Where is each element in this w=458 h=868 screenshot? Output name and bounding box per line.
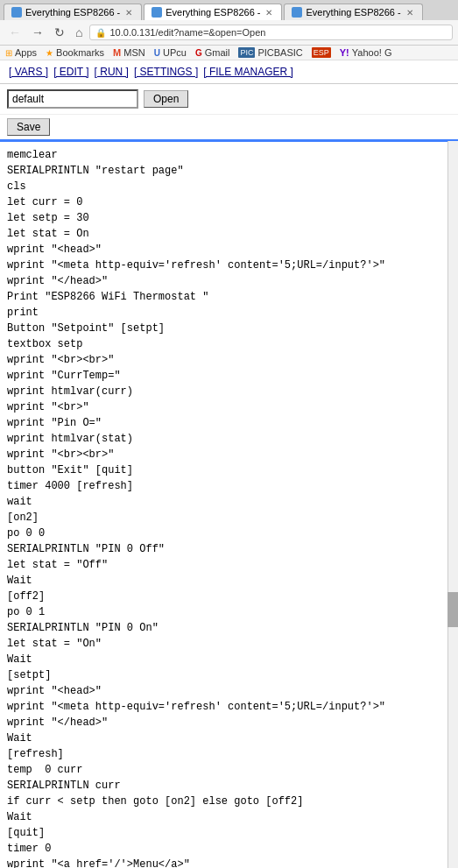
bookmark-picbasic-label: PICBASIC: [257, 47, 302, 58]
bookmark-yahoo[interactable]: Y! Yahoo! G: [340, 47, 392, 58]
bookmark-bookmarks[interactable]: ★ Bookmarks: [46, 47, 104, 58]
code-line: wprint "<meta http-equiv='refresh' conte…: [7, 258, 451, 273]
code-line: let setp = 30: [7, 210, 451, 226]
tab-close-1[interactable]: ✕: [123, 8, 134, 18]
open-section: Open: [0, 84, 458, 115]
bookmark-yahoo-label: Yahoo! G: [352, 47, 392, 58]
code-line: Wait: [7, 573, 451, 589]
gmail-icon: G: [195, 48, 202, 58]
code-line: wprint "<head>": [7, 683, 451, 699]
code-line: wprint "<br><br>": [7, 447, 451, 462]
code-line: SERIALPRINTLN "PIN 0 On": [7, 620, 451, 636]
code-line: let stat = "Off": [7, 557, 451, 573]
code-line: temp 0 curr: [7, 762, 451, 778]
bookmark-picbasic[interactable]: PIC PICBASIC: [238, 47, 302, 58]
code-line: wprint "<a href='/'>Menu</a>": [7, 857, 451, 868]
lock-icon: 🔒: [95, 28, 106, 38]
bookmark-gmail[interactable]: G Gmail: [195, 47, 230, 58]
address-text: 10.0.0.131/edit?name=&open=Open: [109, 27, 265, 38]
nav-edit[interactable]: [ EDIT ]: [52, 66, 90, 78]
code-line: wprint htmlvar(curr): [7, 384, 451, 399]
code-line: textbox setp: [7, 336, 451, 352]
code-line: [setpt]: [7, 667, 451, 683]
code-line: po 0 1: [7, 604, 451, 620]
top-nav: [ VARS ] [ EDIT ] [ RUN ] [ SETTINGS ] […: [0, 60, 458, 84]
code-line: [refresh]: [7, 746, 451, 762]
nav-bar: ← → ↻ ⌂ 🔒 10.0.0.131/edit?name=&open=Ope…: [0, 20, 458, 46]
code-line: timer 0: [7, 841, 451, 857]
code-line: wprint "Pin O=": [7, 415, 451, 431]
scroll-area: memclearSERIALPRINTLN "restart page"clsl…: [0, 141, 458, 868]
bookmark-upcu[interactable]: U UPcu: [154, 47, 187, 58]
bookmark-apps-label: Apps: [15, 47, 37, 58]
code-line: print: [7, 305, 451, 321]
code-line: Wait: [7, 652, 451, 667]
tab-close-3[interactable]: ✕: [405, 8, 415, 18]
code-line: [off2]: [7, 589, 451, 604]
nav-settings[interactable]: [ SETTINGS ]: [132, 66, 200, 78]
refresh-button[interactable]: ↻: [51, 24, 68, 41]
code-line: wprint "<meta http-equiv='refresh' conte…: [7, 699, 451, 715]
code-line: button "Exit" [quit]: [7, 462, 451, 478]
code-line: wprint htmlvar(stat): [7, 431, 451, 447]
code-line: SERIALPRINTLN curr: [7, 778, 451, 794]
open-button[interactable]: Open: [144, 90, 188, 108]
bookmark-gmail-label: Gmail: [205, 47, 230, 58]
browser-tabs: Everything ESP8266 - ✕ Everything ESP826…: [0, 0, 458, 20]
code-line: po 0 0: [7, 526, 451, 541]
scrollbar[interactable]: [447, 141, 458, 868]
apps-icon: ⊞: [5, 48, 12, 58]
msn-icon: M: [113, 47, 121, 58]
bookmark-esp[interactable]: ESP: [312, 47, 331, 58]
page-content: [ VARS ] [ EDIT ] [ RUN ] [ SETTINGS ] […: [0, 60, 458, 868]
upcu-icon: U: [154, 48, 160, 58]
tab-title-2: Everything ESP8266 -: [166, 7, 260, 18]
yahoo-icon: Y!: [340, 47, 349, 58]
bookmark-msn[interactable]: M MSN: [113, 47, 145, 58]
code-line: SERIALPRINTLN "PIN 0 Off": [7, 541, 451, 557]
code-line: Wait: [7, 730, 451, 746]
filename-input[interactable]: [7, 89, 138, 109]
tab-favicon-3: [292, 7, 302, 18]
back-button[interactable]: ←: [5, 24, 25, 41]
code-line: Print "ESP8266 WiFi Thermostat ": [7, 289, 451, 305]
tab-title-3: Everything ESP8266 -: [306, 7, 400, 18]
code-line: wprint "CurrTemp=": [7, 368, 451, 384]
code-line: SERIALPRINTLN "restart page": [7, 163, 451, 179]
picbasic-icon: PIC: [238, 47, 255, 58]
bookmarks-bar: ⊞ Apps ★ Bookmarks M MSN U UPcu G Gmail …: [0, 46, 458, 60]
code-line: let curr = 0: [7, 194, 451, 210]
code-editor[interactable]: memclearSERIALPRINTLN "restart page"clsl…: [0, 141, 458, 868]
address-bar[interactable]: 🔒 10.0.0.131/edit?name=&open=Open: [89, 25, 453, 40]
scrollbar-thumb[interactable]: [447, 592, 458, 627]
bookmark-bookmarks-label: Bookmarks: [56, 47, 104, 58]
code-line: wprint "</head>": [7, 715, 451, 730]
esp-icon: ESP: [312, 47, 331, 58]
code-line: if curr < setp then goto [on2] else goto…: [7, 794, 451, 809]
code-line: wait: [7, 494, 451, 510]
code-line: let stat = "On": [7, 636, 451, 652]
tab-favicon-1: [11, 7, 22, 18]
bookmark-apps[interactable]: ⊞ Apps: [5, 47, 37, 58]
save-section: Save: [0, 115, 458, 141]
code-line: timer 4000 [refresh]: [7, 478, 451, 494]
code-line: [quit]: [7, 825, 451, 841]
save-button[interactable]: Save: [7, 118, 50, 136]
code-line: memclear: [7, 147, 451, 163]
code-line: Button "Setpoint" [setpt]: [7, 321, 451, 336]
tab-3[interactable]: Everything ESP8266 - ✕: [284, 4, 422, 20]
tab-1[interactable]: Everything ESP8266 - ✕: [4, 4, 142, 20]
bookmark-msn-label: MSN: [123, 47, 144, 58]
code-line: let stat = On: [7, 226, 451, 242]
code-line: cls: [7, 179, 451, 194]
tab-2[interactable]: Everything ESP8266 - ✕: [144, 4, 282, 20]
forward-button[interactable]: →: [28, 24, 47, 41]
star-icon: ★: [46, 48, 53, 58]
nav-run[interactable]: [ RUN ]: [93, 66, 130, 78]
nav-vars[interactable]: [ VARS ]: [7, 66, 50, 78]
tab-close-2[interactable]: ✕: [264, 8, 274, 18]
code-line: wprint "<br>": [7, 399, 451, 415]
tab-favicon-2: [151, 7, 162, 18]
home-button[interactable]: ⌂: [72, 24, 86, 41]
nav-filemanager[interactable]: [ FILE MANAGER ]: [201, 66, 295, 78]
